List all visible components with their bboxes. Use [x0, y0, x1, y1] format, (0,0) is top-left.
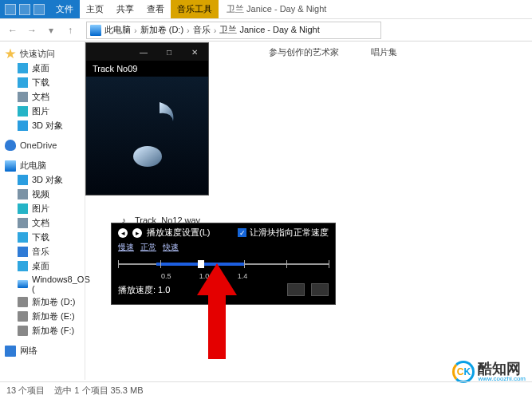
- video-icon: [18, 189, 28, 200]
- status-selection: 选中 1 个项目 35.3 MB: [54, 385, 143, 397]
- annotation-arrow: [197, 263, 237, 359]
- sidebar-thispc[interactable]: 此电脑: [3, 158, 81, 173]
- sidebar-item-desktop[interactable]: 桌面: [18, 61, 81, 75]
- qat-button[interactable]: [19, 4, 30, 15]
- cube-icon: [18, 120, 28, 131]
- drive-icon: [18, 326, 28, 336]
- nav-back[interactable]: ←: [5, 22, 21, 38]
- player-minimize[interactable]: —: [132, 45, 156, 59]
- cloud-icon: [5, 140, 16, 151]
- quick-access-toolbar[interactable]: [0, 0, 49, 18]
- sidebar-item-music[interactable]: 音乐: [18, 245, 81, 259]
- music-note-icon: [112, 96, 183, 176]
- prev-button[interactable]: ◂: [118, 228, 128, 238]
- drive-icon: [18, 311, 28, 322]
- star-icon: [5, 49, 16, 60]
- next-button[interactable]: ▸: [132, 228, 142, 238]
- breadcrumb-part[interactable]: 新加卷 (D:): [140, 24, 183, 36]
- sidebar-item-desktop[interactable]: 桌面: [18, 259, 81, 273]
- drive-icon: [18, 297, 28, 307]
- status-bar: 13 个项目 选中 1 个项目 35.3 MB: [0, 381, 532, 399]
- tab-file[interactable]: 文件: [49, 0, 80, 18]
- sidebar-network[interactable]: 网络: [3, 343, 81, 358]
- download-icon: [18, 232, 28, 243]
- network-icon: [5, 346, 16, 357]
- nav-fwd[interactable]: →: [24, 22, 40, 38]
- col-artist[interactable]: 参与创作的艺术家: [269, 46, 339, 58]
- window-title: 卫兰 Janice - Day & Night: [227, 3, 326, 15]
- cube-icon: [18, 175, 28, 185]
- sidebar-item-documents[interactable]: 文档: [18, 90, 81, 104]
- album-art: [86, 77, 208, 195]
- pc-icon: [90, 25, 101, 36]
- sidebar-item-drive-e[interactable]: 新加卷 (E:): [18, 310, 81, 323]
- tab-share[interactable]: 共享: [110, 0, 140, 18]
- sidebar-item-pictures[interactable]: 图片: [18, 105, 81, 118]
- media-player-window[interactable]: — □ ✕ Track No09: [86, 43, 208, 195]
- svg-point-0: [133, 146, 162, 167]
- speed-current: 播放速度: 1.0: [118, 284, 170, 296]
- watermark-logo-icon: CK: [452, 361, 475, 383]
- nav-recent[interactable]: ▾: [43, 22, 59, 38]
- desktop-icon: [18, 63, 28, 73]
- sidebar-item-drive-d[interactable]: 新加卷 (D:): [18, 295, 81, 309]
- watermark: CK 酷知网 www.coozhi.com: [452, 361, 526, 383]
- status-count: 13 个项目: [6, 385, 45, 397]
- player-maximize[interactable]: □: [157, 45, 181, 59]
- desktop-icon: [18, 261, 28, 271]
- breadcrumb-part[interactable]: 音乐: [193, 24, 211, 36]
- speed-tab-slow[interactable]: 慢速: [118, 242, 134, 253]
- pc-icon: [5, 160, 16, 172]
- speed-tab-normal[interactable]: 正常: [140, 242, 156, 253]
- picture-icon: [18, 203, 28, 214]
- speed-tab-fast[interactable]: 快速: [163, 242, 179, 253]
- sidebar-item-downloads[interactable]: 下载: [18, 76, 81, 89]
- player-close[interactable]: ✕: [183, 45, 207, 59]
- drive-icon: [18, 280, 28, 288]
- explorer-icon: [5, 4, 16, 15]
- sidebar-item-drive-c[interactable]: Windows8_OS (: [18, 274, 81, 294]
- sidebar: 快速访问 桌面 下载 文档 图片 3D 对象 OneDrive 此电脑 3D 对…: [0, 41, 85, 380]
- sidebar-item-drive-f[interactable]: 新加卷 (F:): [18, 324, 81, 338]
- player-track-title: Track No09: [86, 61, 208, 77]
- tab-music-tools[interactable]: 音乐工具: [171, 0, 219, 18]
- breadcrumb-part[interactable]: 卫兰 Janice - Day & Night: [219, 24, 319, 36]
- sidebar-quick-access[interactable]: 快速访问: [3, 46, 81, 61]
- sidebar-item-3dobjects[interactable]: 3D 对象: [18, 119, 81, 132]
- col-album[interactable]: 唱片集: [371, 46, 397, 58]
- music-icon: [18, 247, 28, 257]
- sidebar-item-downloads[interactable]: 下载: [18, 231, 81, 244]
- snap-checkbox[interactable]: ✓ 让滑块指向正常速度: [238, 227, 329, 239]
- download-icon: [18, 77, 28, 88]
- nav-up[interactable]: ↑: [62, 22, 78, 38]
- tab-view[interactable]: 查看: [140, 0, 171, 18]
- sidebar-item-pictures[interactable]: 图片: [18, 202, 81, 215]
- sidebar-item-3dobjects[interactable]: 3D 对象: [18, 173, 81, 187]
- sidebar-item-videos[interactable]: 视频: [18, 188, 81, 201]
- breadcrumb-part[interactable]: 此电脑: [104, 24, 131, 36]
- sidebar-onedrive[interactable]: OneDrive: [3, 138, 81, 152]
- qat-button[interactable]: [33, 4, 45, 15]
- sidebar-item-documents[interactable]: 文档: [18, 216, 81, 230]
- document-icon: [18, 218, 28, 228]
- speed-button-a[interactable]: [287, 283, 305, 296]
- check-icon: ✓: [238, 228, 246, 237]
- picture-icon: [18, 106, 28, 117]
- tab-home[interactable]: 主页: [80, 0, 110, 18]
- document-icon: [18, 92, 28, 102]
- speed-panel-title: 播放速度设置(L): [147, 227, 210, 239]
- speed-button-b[interactable]: [311, 283, 329, 296]
- breadcrumb[interactable]: 此电脑› 新加卷 (D:)› 音乐› 卫兰 Janice - Day & Nig…: [86, 22, 381, 39]
